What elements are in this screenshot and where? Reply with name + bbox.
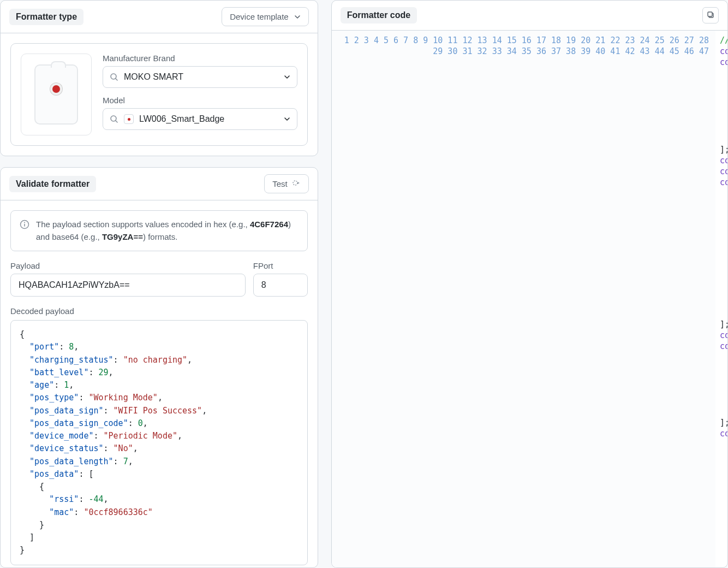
decoded-label: Decoded payload — [10, 306, 308, 316]
fport-input[interactable] — [253, 274, 308, 297]
chevron-down-icon — [294, 14, 301, 20]
formatter-code-card: Formatter code 1 2 3 4 5 6 7 8 9 10 11 1… — [331, 0, 728, 568]
test-button[interactable]: Test — [264, 174, 309, 193]
payload-info-text: The payload section supports values enco… — [36, 218, 299, 243]
test-button-label: Test — [272, 179, 288, 188]
search-icon — [110, 115, 118, 123]
validate-title: Validate formatter — [9, 176, 96, 192]
payload-info: The payload section supports values enco… — [10, 210, 308, 251]
code-lines: // Mapping Arrays const turnOffMode = ["… — [715, 31, 727, 567]
device-template-select[interactable]: Device template — [222, 7, 309, 26]
chevron-down-icon — [284, 116, 290, 122]
device-panel: Manufacturer Brand MOKO SMART — [10, 43, 308, 146]
validate-formatter-card: Validate formatter Test — [0, 167, 318, 568]
svg-rect-5 — [24, 224, 25, 227]
payload-input[interactable] — [10, 274, 246, 297]
line-gutter: 1 2 3 4 5 6 7 8 9 10 11 12 13 14 15 16 1… — [332, 31, 715, 567]
svg-point-4 — [24, 222, 25, 223]
brand-label: Manufacturer Brand — [103, 54, 297, 63]
formatter-type-title: Formatter type — [9, 9, 83, 25]
model-label: Model — [103, 96, 297, 105]
model-value: LW006_Smart_Badge — [139, 114, 278, 124]
device-template-select-label: Device template — [230, 12, 289, 21]
run-icon — [292, 179, 301, 189]
copy-button[interactable] — [702, 7, 719, 23]
payload-label: Payload — [10, 261, 246, 270]
svg-rect-7 — [708, 12, 712, 16]
info-icon — [20, 218, 29, 243]
copy-icon — [706, 10, 715, 21]
formatter-code-title: Formatter code — [341, 7, 417, 23]
fport-label: FPort — [253, 261, 308, 270]
model-select[interactable]: LW006_Smart_Badge — [103, 108, 297, 130]
chevron-down-icon — [284, 74, 290, 80]
code-editor[interactable]: 1 2 3 4 5 6 7 8 9 10 11 12 13 14 15 16 1… — [332, 31, 727, 567]
search-icon — [110, 73, 118, 81]
svg-point-2 — [293, 181, 297, 185]
formatter-type-card: Formatter type Device template Manufactu… — [0, 0, 318, 156]
brand-value: MOKO SMART — [124, 72, 278, 82]
brand-select[interactable]: MOKO SMART — [103, 66, 297, 88]
decoded-output: { "port": 8, "charging_status": "no char… — [10, 320, 308, 565]
device-image — [21, 54, 92, 135]
model-thumb-icon — [124, 114, 134, 124]
